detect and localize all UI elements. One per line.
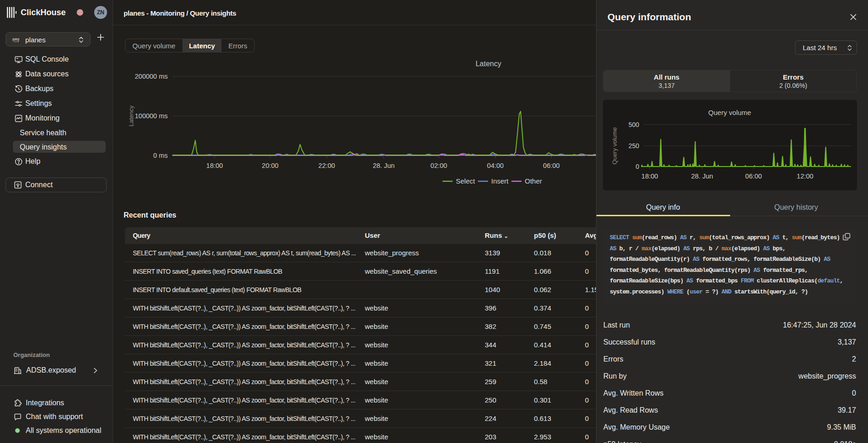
svg-text:Select: Select <box>456 177 476 185</box>
svg-text:Query volume: Query volume <box>611 127 618 165</box>
svg-text:28. Jun: 28. Jun <box>373 162 395 169</box>
svg-text:Query volume: Query volume <box>708 109 751 116</box>
svg-text:18:00: 18:00 <box>206 162 223 169</box>
svg-text:200000 ms: 200000 ms <box>135 73 168 80</box>
svg-text:18:00: 18:00 <box>641 173 658 180</box>
svg-text:0 ms: 0 ms <box>153 152 168 159</box>
svg-text:0: 0 <box>635 163 639 170</box>
svg-text:12:00: 12:00 <box>797 173 813 180</box>
svg-text:250: 250 <box>629 142 640 150</box>
svg-text:aws: aws <box>12 37 19 41</box>
svg-text:06:00: 06:00 <box>543 162 560 169</box>
svg-text:20:00: 20:00 <box>262 162 278 169</box>
svg-text:04:00: 04:00 <box>487 162 504 169</box>
svg-text:Latency: Latency <box>128 105 135 127</box>
svg-text:28. Jun: 28. Jun <box>691 173 713 180</box>
svg-text:02:00: 02:00 <box>431 162 447 169</box>
svg-text:Insert: Insert <box>491 177 509 185</box>
svg-text:06:00: 06:00 <box>745 173 762 180</box>
svg-text:Latency: Latency <box>476 60 501 68</box>
svg-text:Other: Other <box>525 177 542 185</box>
svg-text:500: 500 <box>629 121 640 128</box>
svg-text:22:00: 22:00 <box>318 162 335 169</box>
svg-text:100000 ms: 100000 ms <box>135 112 168 120</box>
